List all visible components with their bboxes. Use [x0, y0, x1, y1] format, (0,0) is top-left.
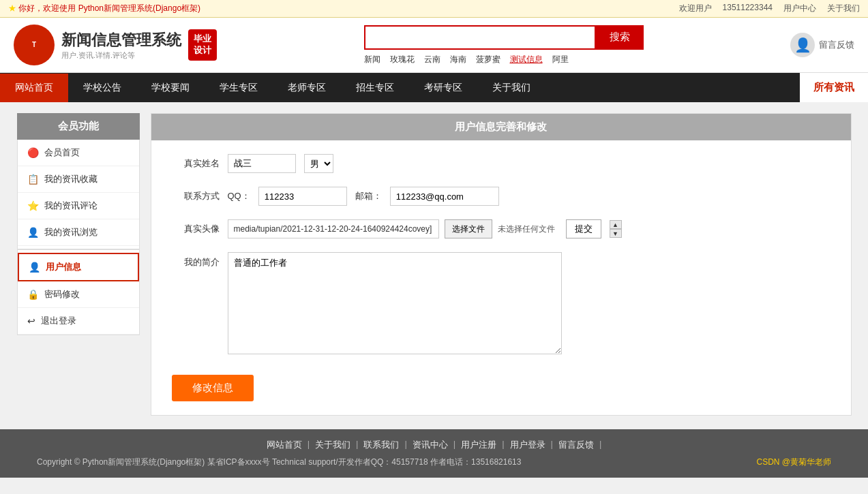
- feedback-link[interactable]: 留言反馈: [819, 39, 854, 51]
- user-center-link[interactable]: 用户中心: [783, 3, 816, 14]
- choose-file-button[interactable]: 选择文件: [445, 219, 492, 238]
- arrow-buttons: ▲ ▼: [610, 220, 622, 238]
- contact-fields: QQ： 邮箱：: [228, 187, 499, 206]
- tag-yunnan[interactable]: 云南: [424, 54, 440, 65]
- realname-input[interactable]: [228, 154, 296, 173]
- header: T 新闻信息管理系统 用户.资讯.详情.评论等 毕业 设计 搜索 新闻 玫瑰花 …: [0, 18, 868, 73]
- nav-item-announcement[interactable]: 学校公告: [68, 74, 136, 102]
- about-link[interactable]: 关于我们: [827, 3, 860, 14]
- file-row: 选择文件 未选择任何文件 提交 ▲ ▼: [228, 219, 622, 238]
- logout-icon: ↩: [27, 315, 35, 326]
- footer-links: 网站首页 | 关于我们 | 联系我们 | 资讯中心 | 用户注册 | 用户登录 …: [10, 439, 858, 451]
- header-right[interactable]: 👤 留言反馈: [790, 33, 854, 57]
- sidebar-item-label-browse: 我的资讯浏览: [44, 226, 98, 238]
- top-bar-right: 欢迎用户 13511223344 用户中心 关于我们: [679, 3, 860, 14]
- welcome-text: 你好，欢迎使用 Python新闻管理系统(Django框架): [18, 3, 200, 13]
- sidebar-item-home[interactable]: 🔴 会员首页: [18, 140, 139, 166]
- sidebar-item-collection[interactable]: 📋 我的资讯收藏: [18, 166, 139, 193]
- no-file-text: 未选择任何文件: [498, 223, 555, 235]
- avatar-row: 真实头像 选择文件 未选择任何文件 提交 ▲ ▼: [172, 219, 830, 238]
- nav-item-enroll[interactable]: 招生专区: [341, 74, 409, 102]
- email-label: 邮箱：: [355, 190, 382, 202]
- arrow-up-button[interactable]: ▲: [610, 220, 622, 229]
- browse-icon: 👤: [27, 227, 39, 238]
- main-layout: 会员功能 🔴 会员首页 📋 我的资讯收藏 ⭐ 我的资讯评论 👤 我的资讯浏览 👤: [12, 113, 857, 416]
- search-input[interactable]: [364, 25, 596, 50]
- avatar-label: 真实头像: [172, 223, 220, 235]
- nav-item-home[interactable]: 网站首页: [0, 74, 68, 102]
- tag-ali[interactable]: 阿里: [552, 54, 569, 65]
- comment-icon: ⭐: [27, 200, 39, 211]
- footer-login[interactable]: 用户登录: [510, 439, 545, 451]
- password-icon: 🔒: [27, 289, 39, 300]
- sidebar-item-label-logout: 退出登录: [41, 315, 76, 327]
- content-header: 用户信息完善和修改: [151, 114, 851, 140]
- bio-textarea[interactable]: 普通的工作者: [228, 252, 562, 354]
- logo-icon: T: [14, 25, 55, 65]
- footer-div4: |: [453, 439, 455, 451]
- sidebar-item-comment[interactable]: ⭐ 我的资讯评论: [18, 193, 139, 219]
- footer-feedback[interactable]: 留言反馈: [558, 439, 594, 451]
- footer-contact[interactable]: 联系我们: [363, 439, 399, 451]
- sidebar-item-userinfo[interactable]: 👤 用户信息: [18, 253, 139, 281]
- logo-area: T 新闻信息管理系统 用户.资讯.详情.评论等 毕业 设计: [14, 25, 217, 65]
- avatar-submit-button[interactable]: 提交: [566, 219, 601, 238]
- collection-icon: 📋: [27, 174, 39, 185]
- sidebar: 会员功能 🔴 会员首页 📋 我的资讯收藏 ⭐ 我的资讯评论 👤 我的资讯浏览 👤: [17, 113, 140, 416]
- realname-label: 真实姓名: [172, 157, 220, 170]
- nav-item-postgrad[interactable]: 考研专区: [409, 74, 477, 102]
- footer-div1: |: [308, 439, 310, 451]
- sidebar-item-label-collection: 我的资讯收藏: [44, 173, 98, 185]
- bio-label: 我的简介: [172, 256, 220, 268]
- avatar-icon: 👤: [790, 33, 815, 57]
- submit-button[interactable]: 修改信息: [172, 375, 254, 401]
- nav-item-student[interactable]: 学生专区: [205, 74, 273, 102]
- sidebar-item-password[interactable]: 🔒 密码修改: [18, 281, 139, 308]
- email-input[interactable]: [390, 187, 499, 206]
- avatar-path-input[interactable]: [228, 219, 439, 238]
- tag-test[interactable]: 测试信息: [510, 54, 543, 65]
- sidebar-item-label-home: 会员首页: [44, 146, 80, 159]
- csdn-badge: CSDN @黄菊华老师: [756, 457, 831, 468]
- footer-newscenter[interactable]: 资讯中心: [413, 439, 448, 451]
- search-bar: 搜索: [364, 25, 644, 50]
- nav-item-about[interactable]: 关于我们: [477, 74, 545, 102]
- user-phone[interactable]: 13511223344: [723, 3, 773, 14]
- footer-register[interactable]: 用户注册: [461, 439, 496, 451]
- footer-div3: |: [404, 439, 406, 451]
- copyright-text: Copyright © Python新闻管理系统(Django框架) 某省ICP…: [37, 457, 521, 468]
- nav-item-teacher[interactable]: 老师专区: [273, 74, 341, 102]
- qq-input[interactable]: [258, 187, 347, 206]
- nav-items: 网站首页 学校公告 学校要闻 学生专区 老师专区 招生专区 考研专区 关于我们: [0, 74, 545, 102]
- footer-home[interactable]: 网站首页: [267, 439, 302, 451]
- sidebar-menu: 🔴 会员首页 📋 我的资讯收藏 ⭐ 我的资讯评论 👤 我的资讯浏览 👤 用户信息: [17, 140, 140, 335]
- user-label: 欢迎用户: [679, 3, 712, 14]
- footer-about[interactable]: 关于我们: [315, 439, 350, 451]
- sidebar-item-logout[interactable]: ↩ 退出登录: [18, 308, 139, 335]
- footer-copyright: Copyright © Python新闻管理系统(Django框架) 某省ICP…: [10, 457, 858, 468]
- nav-all-news[interactable]: 所有资讯: [800, 73, 868, 102]
- sidebar-title: 会员功能: [17, 113, 140, 140]
- sidebar-item-label-password: 密码修改: [44, 288, 80, 300]
- nav-item-news[interactable]: 学校要闻: [136, 74, 205, 102]
- tag-pineapple[interactable]: 菠萝蜜: [476, 54, 500, 65]
- footer-div5: |: [502, 439, 504, 451]
- top-bar-welcome: ★ 你好，欢迎使用 Python新闻管理系统(Django框架): [8, 3, 200, 14]
- search-button[interactable]: 搜索: [596, 25, 644, 50]
- contact-label: 联系方式: [172, 190, 220, 202]
- submit-area: 修改信息: [172, 368, 830, 401]
- tag-rose[interactable]: 玫瑰花: [390, 54, 415, 65]
- userinfo-icon: 👤: [29, 262, 40, 273]
- nav-bar: 网站首页 学校公告 学校要闻 学生专区 老师专区 招生专区 考研专区 关于我们 …: [0, 73, 868, 102]
- arrow-down-button[interactable]: ▼: [610, 229, 622, 238]
- site-subtitle: 用户.资讯.详情.评论等: [61, 50, 181, 61]
- contact-row: 联系方式 QQ： 邮箱：: [172, 187, 830, 206]
- sidebar-item-browse[interactable]: 👤 我的资讯浏览: [18, 219, 139, 246]
- footer: 网站首页 | 关于我们 | 联系我们 | 资讯中心 | 用户注册 | 用户登录 …: [0, 429, 868, 478]
- gender-select[interactable]: 男 女: [304, 154, 333, 173]
- tag-news[interactable]: 新闻: [364, 54, 380, 65]
- site-title: 新闻信息管理系统: [61, 30, 181, 50]
- tag-hainan[interactable]: 海南: [450, 54, 466, 65]
- top-bar: ★ 你好，欢迎使用 Python新闻管理系统(Django框架) 欢迎用户 13…: [0, 0, 868, 18]
- content-body: 真实姓名 男 女 联系方式 QQ： 邮箱： 真实头像: [151, 140, 851, 415]
